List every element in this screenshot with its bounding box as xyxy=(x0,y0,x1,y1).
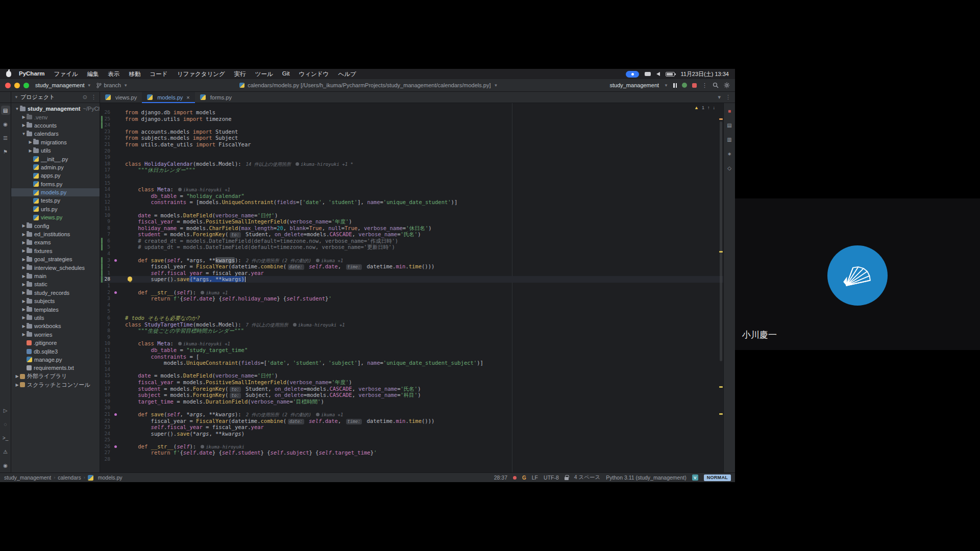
line-number[interactable]: 23 xyxy=(100,129,110,135)
stop-button[interactable] xyxy=(692,83,697,88)
ideavim-icon[interactable]: V xyxy=(692,474,698,481)
line-number[interactable]: 7 xyxy=(100,321,110,328)
line-number[interactable]: 26 xyxy=(100,109,110,116)
code-line[interactable]: 12 constraints = [ xyxy=(100,354,723,360)
caret-position[interactable]: 28:37 xyxy=(494,474,507,481)
zoom-window-button[interactable] xyxy=(23,83,29,88)
chevron-right-icon[interactable]: ▶ xyxy=(21,240,27,245)
line-number[interactable]: 3 xyxy=(100,295,110,302)
line-number[interactable]: 22 xyxy=(100,418,110,424)
line-number[interactable]: 20 xyxy=(100,405,110,411)
apple-menu-icon[interactable] xyxy=(6,71,11,77)
tree-item-ed_institutions[interactable]: ▶ed_institutions xyxy=(11,230,100,238)
tab-views.py[interactable]: views.py xyxy=(100,92,142,103)
code-line[interactable]: 26 def __str__(self):ikuma-hiroyuki xyxy=(100,443,723,450)
line-number[interactable]: 17 xyxy=(100,386,110,392)
breadcrumb-item[interactable]: calendars xyxy=(58,474,81,481)
code-line[interactable]: 21 def save(self, *args, **kwargs):2 件の使… xyxy=(100,411,723,418)
line-number[interactable]: 19 xyxy=(100,154,110,161)
tree-item-study_management[interactable]: ▼study_management~/PyCh xyxy=(11,105,100,113)
structure-icon[interactable]: ☰ xyxy=(1,133,10,142)
code-line[interactable]: 18class HolidayCalendar(models.Model):14… xyxy=(100,161,723,167)
line-number[interactable]: 22 xyxy=(100,135,110,141)
camera-icon[interactable] xyxy=(645,72,651,76)
code-line[interactable]: 2 fiscal_year = FiscalYear(datetime.comb… xyxy=(100,263,723,270)
line-number[interactable]: 13 xyxy=(100,193,110,199)
line-number[interactable]: 15 xyxy=(100,372,110,379)
tree-item-forms.py[interactable]: forms.py xyxy=(11,180,100,188)
tab-forms.py[interactable]: forms.py xyxy=(195,92,237,103)
close-tab-icon[interactable]: × xyxy=(186,94,189,101)
breadcrumb-item[interactable]: study_management xyxy=(4,474,51,481)
ai-assistant-icon[interactable]: ∗ xyxy=(725,149,734,158)
tree-item-exams[interactable]: ▶exams xyxy=(11,238,100,246)
line-number[interactable]: 10 xyxy=(100,340,110,347)
code-line[interactable]: 20 xyxy=(100,148,723,155)
line-number[interactable]: 24 xyxy=(100,431,110,437)
code-line[interactable]: 1 self.fiscal_year = fiscal_year.year xyxy=(100,270,723,277)
file-path-widget[interactable]: calendars/models.py [/Users/h_ikuma/Pych… xyxy=(133,82,604,88)
tree-item-tests.py[interactable]: tests.py xyxy=(11,196,100,205)
code-line[interactable]: 24 xyxy=(100,122,723,129)
line-number[interactable]: 1 xyxy=(100,283,110,289)
code-line[interactable]: 7 student = models.ForeignKey(to: Studen… xyxy=(100,231,723,238)
menu-item-PyCharm[interactable]: PyCharm xyxy=(14,70,50,78)
scroll-warning-mark[interactable] xyxy=(719,118,723,120)
minimize-window-button[interactable] xyxy=(14,83,20,88)
inspection-widget[interactable]: ▲ 1 ↑ ↓ xyxy=(694,105,715,110)
tree-item-urls.py[interactable]: urls.py xyxy=(11,205,100,213)
tree-item-worries[interactable]: ▶worries xyxy=(11,331,100,339)
line-number[interactable]: 14 xyxy=(100,366,110,373)
menu-item-移動[interactable]: 移動 xyxy=(125,70,145,78)
chevron-right-icon[interactable]: ▶ xyxy=(28,148,33,153)
code-line[interactable]: 1 xyxy=(100,283,723,289)
tab-options-icon[interactable]: ⋮ xyxy=(725,94,731,101)
code-line[interactable]: 10 date = models.DateField(verbose_name=… xyxy=(100,212,723,219)
tabs-list-icon[interactable]: ▾ xyxy=(718,94,721,101)
database-icon[interactable]: ▥ xyxy=(725,135,734,144)
file-encoding[interactable]: UTF-8 xyxy=(544,474,559,481)
project-widget[interactable]: study_management▼ xyxy=(35,82,91,88)
code-line[interactable]: 28 xyxy=(100,456,723,463)
tree-item-スクラッチとコンソール[interactable]: ▶スクラッチとコンソール xyxy=(11,381,100,389)
chevron-right-icon[interactable]: ▶ xyxy=(21,299,27,304)
line-number[interactable]: 15 xyxy=(100,180,110,187)
chevron-right-icon[interactable]: ▶ xyxy=(21,123,27,128)
screen-share-indicator-icon[interactable] xyxy=(626,71,639,78)
line-number[interactable]: 25 xyxy=(100,437,110,443)
line-number[interactable]: 26 xyxy=(100,443,110,450)
line-number[interactable]: 13 xyxy=(100,360,110,366)
code-line[interactable]: 26from django.db import models xyxy=(100,109,723,116)
line-number[interactable]: 5 xyxy=(100,308,110,315)
code-line[interactable]: 28 super().save(*args, **kwargs) xyxy=(100,276,723,283)
code-line[interactable]: 6# todo そもそも必要なのか? xyxy=(100,315,723,321)
tab-models.py[interactable]: models.py× xyxy=(142,92,195,103)
line-number[interactable]: 8 xyxy=(100,225,110,232)
tree-item-main[interactable]: ▶main xyxy=(11,272,100,280)
run-icon[interactable]: ▷ xyxy=(1,406,10,415)
intention-bulb-icon[interactable] xyxy=(128,277,132,281)
line-number[interactable]: 9 xyxy=(100,334,110,341)
tree-item-utils[interactable]: ▶utils xyxy=(11,314,100,322)
code-line[interactable]: 17 """休日カレンダー""" xyxy=(100,167,723,173)
line-number[interactable]: 16 xyxy=(100,173,110,180)
run-config-selector[interactable]: study_management xyxy=(609,82,659,88)
chevron-down-icon[interactable]: ▼ xyxy=(21,132,27,136)
problems-icon[interactable]: ⚠ xyxy=(1,447,10,456)
project-icon[interactable]: ▤ xyxy=(1,106,10,115)
line-number[interactable]: 18 xyxy=(100,392,110,398)
tree-item-fixtures[interactable]: ▶fixtures xyxy=(11,247,100,255)
code-line[interactable]: 24 super().save(*args, **kwargs) xyxy=(100,431,723,437)
code-line[interactable]: 17 student = models.ForeignKey(to: Stude… xyxy=(100,386,723,392)
chevron-right-icon[interactable]: ▶ xyxy=(21,248,27,253)
code-area[interactable]: 26from django.db import models25from dja… xyxy=(100,103,723,472)
tree-item-.gitignore[interactable]: .gitignore xyxy=(11,339,100,347)
project-panel-header[interactable]: ▼ プロジェクト ⊙ ⋮ xyxy=(11,92,100,103)
menu-item-実行[interactable]: 実行 xyxy=(230,70,251,78)
code-line[interactable]: 23 self.fiscal_year = fiscal_year.year xyxy=(100,424,723,431)
code-line[interactable]: 4 xyxy=(100,251,723,257)
pause-button[interactable] xyxy=(673,83,677,88)
chevron-right-icon[interactable]: ▶ xyxy=(21,232,27,237)
code-line[interactable]: 11 xyxy=(100,206,723,212)
bookmarks-icon[interactable]: ⚑ xyxy=(1,147,10,156)
